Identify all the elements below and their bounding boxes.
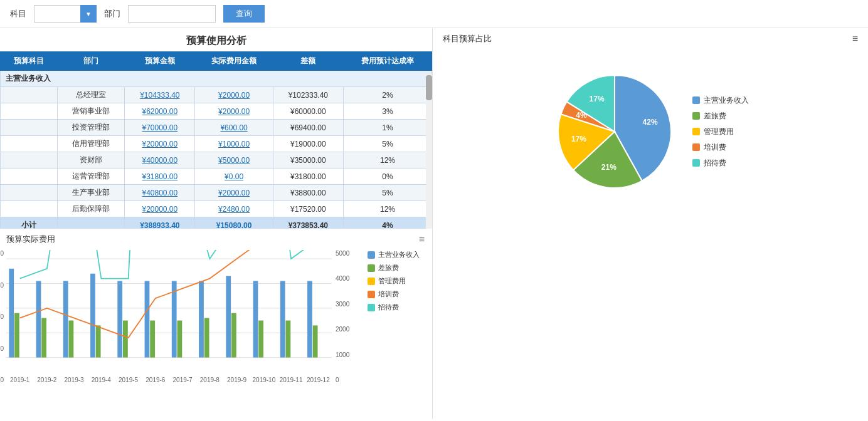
cell-rate: 12% bbox=[343, 152, 431, 169]
cell-rate: 2% bbox=[343, 87, 431, 103]
cell-rate: 5% bbox=[343, 136, 431, 152]
col-header-subject: 预算科目 bbox=[1, 52, 58, 71]
cell-budget[interactable]: ¥40800.00 bbox=[125, 185, 195, 201]
legend-color bbox=[692, 96, 700, 104]
bar-rect bbox=[231, 313, 236, 358]
cell-budget[interactable]: ¥62000.00 bbox=[125, 103, 195, 120]
bar-rect bbox=[90, 274, 95, 358]
cell-diff: ¥31800.00 bbox=[273, 169, 343, 185]
scrollbar-track[interactable] bbox=[426, 74, 432, 229]
legend-label: 管理费用 bbox=[704, 127, 734, 137]
scrollbar-thumb[interactable] bbox=[426, 75, 432, 100]
cell-diff: ¥19000.00 bbox=[273, 136, 343, 152]
cell-actual[interactable]: ¥5000.00 bbox=[195, 152, 273, 169]
bar-legend-color bbox=[368, 278, 375, 285]
cell-diff: ¥60000.00 bbox=[273, 103, 343, 120]
pie-svg: 42%21%17%4%17% bbox=[552, 69, 677, 194]
pie-label: 17% bbox=[590, 95, 605, 103]
bar-rect bbox=[313, 325, 318, 357]
bar-rect bbox=[41, 318, 46, 358]
pie-legend-item: 招待费 bbox=[692, 158, 749, 169]
bar-rect bbox=[204, 318, 209, 358]
cell-subject bbox=[1, 136, 58, 152]
table-row: 信用管理部 ¥20000.00 ¥1000.00 ¥19000.00 5% bbox=[1, 136, 432, 152]
subtotal-actual[interactable]: ¥15080.00 bbox=[195, 217, 273, 229]
pie-label: 42% bbox=[643, 118, 658, 127]
pie-menu-icon[interactable]: ≡ bbox=[852, 33, 858, 44]
bar-rect bbox=[226, 276, 231, 358]
cell-actual[interactable]: ¥2480.00 bbox=[195, 201, 273, 217]
subject-select-wrap[interactable] bbox=[34, 5, 97, 23]
x-label: 2019-3 bbox=[61, 377, 88, 383]
pie-legend-item: 管理费用 bbox=[692, 127, 749, 137]
dept-input[interactable] bbox=[128, 5, 216, 23]
subtotal-diff: ¥373853.40 bbox=[273, 217, 343, 229]
x-label: 2019-7 bbox=[169, 377, 196, 383]
pie-container: 42%21%17%4%17% 主营业务收入差旅费管理费用培训费招待费 bbox=[443, 47, 858, 216]
table-header-row: 预算科目 部门 预算金额 实际费用金额 差额 费用预计达成率 bbox=[1, 52, 432, 71]
bar-legend-color bbox=[368, 264, 375, 272]
y-right-label: 5000 bbox=[336, 250, 361, 257]
cell-dept: 总经理室 bbox=[57, 87, 124, 103]
bar-legend-label: 招待费 bbox=[378, 303, 399, 312]
cell-actual[interactable]: ¥0.00 bbox=[195, 169, 273, 185]
legend-color bbox=[692, 128, 700, 135]
cell-dept: 资财部 bbox=[57, 152, 124, 169]
bar-chart-svg bbox=[6, 250, 332, 375]
bar-chart-title: 预算实际费用 bbox=[6, 234, 426, 245]
cell-diff: ¥35000.00 bbox=[273, 152, 343, 169]
bar-legend-item: 招待费 bbox=[368, 303, 420, 312]
bar-legend-label: 管理费用 bbox=[378, 276, 406, 286]
bar-rect bbox=[123, 321, 128, 358]
subject-select[interactable] bbox=[34, 5, 97, 23]
bar-rect bbox=[117, 281, 122, 358]
subtotal-budget[interactable]: ¥388933.40 bbox=[125, 217, 195, 229]
subtotal-rate: 4% bbox=[343, 217, 431, 229]
x-label: 2019-9 bbox=[223, 377, 250, 383]
cell-actual[interactable]: ¥2000.00 bbox=[195, 103, 273, 120]
table-section: 预算使用分析 预算科目 部门 预算金额 实际费用金额 差额 费用预计达成率 bbox=[0, 28, 432, 229]
bar-legend: 主营业务收入差旅费管理费用培训费招待费 bbox=[368, 250, 420, 312]
y-labels-right: 500040003000200010000 bbox=[336, 250, 361, 383]
table-row: 生产事业部 ¥40800.00 ¥2000.00 ¥38800.00 5% bbox=[1, 185, 432, 201]
cell-budget[interactable]: ¥70000.00 bbox=[125, 120, 195, 136]
bar-chart-menu-icon[interactable]: ≡ bbox=[419, 234, 425, 245]
bar-rect bbox=[9, 269, 14, 358]
bar-rect bbox=[177, 321, 183, 358]
cell-budget[interactable]: ¥20000.00 bbox=[125, 136, 195, 152]
right-panel: 科目预算占比 ≡ 42%21%17%4%17% 主营业务收入差旅费管理费用培训费… bbox=[433, 28, 868, 419]
y-left-label: 30000 bbox=[0, 282, 4, 289]
bar-legend-label: 差旅费 bbox=[378, 263, 399, 273]
cell-actual[interactable]: ¥600.00 bbox=[195, 120, 273, 136]
query-button[interactable]: 查询 bbox=[223, 5, 265, 23]
cell-diff: ¥69400.00 bbox=[273, 120, 343, 136]
cell-dept: 信用管理部 bbox=[57, 136, 124, 152]
x-label: 2019-4 bbox=[88, 377, 115, 383]
bar-legend-color bbox=[368, 291, 375, 298]
cell-rate: 0% bbox=[343, 169, 431, 185]
cell-subject bbox=[1, 185, 58, 201]
cell-budget[interactable]: ¥104333.40 bbox=[125, 87, 195, 103]
bar-rect bbox=[258, 321, 263, 358]
cell-actual[interactable]: ¥2000.00 bbox=[195, 185, 273, 201]
cell-actual[interactable]: ¥1000.00 bbox=[195, 136, 273, 152]
table-subtotal-row: 小计 ¥388933.40 ¥15080.00 ¥373853.40 4% bbox=[1, 217, 432, 229]
cell-dept: 后勤保障部 bbox=[57, 201, 124, 217]
cell-diff: ¥38800.00 bbox=[273, 185, 343, 201]
main-content: 预算使用分析 预算科目 部门 预算金额 实际费用金额 差额 费用预计达成率 bbox=[0, 28, 868, 419]
pie-legend: 主营业务收入差旅费管理费用培训费招待费 bbox=[692, 95, 749, 169]
cell-budget[interactable]: ¥20000.00 bbox=[125, 201, 195, 217]
col-header-diff: 差额 bbox=[273, 52, 343, 71]
x-label: 2019-12 bbox=[305, 377, 332, 383]
cell-budget[interactable]: ¥40000.00 bbox=[125, 152, 195, 169]
legend-color bbox=[692, 143, 700, 151]
bar-rect bbox=[69, 321, 74, 358]
cell-diff: ¥102333.40 bbox=[273, 87, 343, 103]
bar-rect bbox=[253, 281, 258, 358]
bar-rect bbox=[63, 281, 68, 358]
bar-legend-label: 主营业务收入 bbox=[378, 250, 420, 259]
bar-rect bbox=[280, 281, 285, 358]
cell-actual[interactable]: ¥2000.00 bbox=[195, 87, 273, 103]
cell-budget[interactable]: ¥31800.00 bbox=[125, 169, 195, 185]
line-series bbox=[20, 250, 319, 279]
